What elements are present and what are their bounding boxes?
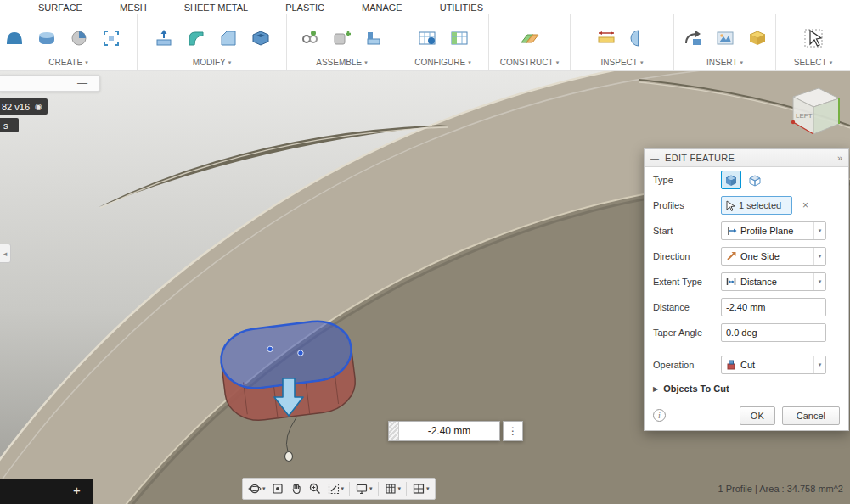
- dialog-collapse-icon[interactable]: —: [650, 154, 659, 163]
- distance-field[interactable]: [721, 298, 826, 316]
- cancel-button[interactable]: Cancel: [782, 406, 840, 425]
- chevron-down-icon: ▾: [228, 59, 232, 65]
- create-form-icon[interactable]: [3, 27, 25, 49]
- insert-mesh-icon[interactable]: [746, 27, 768, 49]
- insert-dropdown[interactable]: INSERT ▾: [674, 57, 775, 70]
- toolbar-group-insert: INSERT ▾: [674, 14, 776, 70]
- look-at-tool[interactable]: [269, 479, 286, 498]
- clear-selection-icon[interactable]: ×: [802, 199, 808, 211]
- grid-snaps-tool[interactable]: ▾: [382, 479, 403, 498]
- toolbar-group-assemble: ASSEMBLE ▾: [287, 14, 397, 70]
- viewports-icon: [412, 482, 425, 496]
- orbit-tool[interactable]: ▾: [246, 479, 267, 498]
- assemble-dropdown[interactable]: ASSEMBLE ▾: [287, 57, 397, 70]
- insert-decal-icon[interactable]: [682, 27, 704, 49]
- display-settings-tool[interactable]: ▾: [353, 479, 374, 498]
- extent-type-value: Distance: [740, 277, 810, 287]
- modify-shell-icon[interactable]: [250, 27, 272, 49]
- configure-icon[interactable]: [416, 27, 438, 49]
- inspect-dropdown[interactable]: INSPECT ▾: [571, 57, 673, 70]
- insert-canvas-icon[interactable]: [714, 27, 736, 49]
- modify-press-pull-icon[interactable]: [153, 27, 175, 49]
- browser-sub-node[interactable]: s: [0, 118, 19, 132]
- chevron-down-icon: ▾: [398, 485, 402, 492]
- assemble-joint-icon[interactable]: [299, 27, 321, 49]
- extrude-type-thin-button[interactable]: [745, 171, 765, 189]
- type-label: Type: [653, 175, 721, 185]
- profiles-selection-button[interactable]: 1 selected: [721, 196, 792, 215]
- menu-tab-surface[interactable]: SURFACE: [38, 3, 82, 13]
- info-icon[interactable]: i: [653, 409, 666, 422]
- menu-tab-mesh[interactable]: MESH: [120, 3, 147, 13]
- select-dropdown[interactable]: SELECT ▾: [776, 57, 850, 70]
- menu-tab-manage[interactable]: MANAGE: [362, 3, 402, 13]
- toolbar-group-create: CREATE ▾: [0, 14, 138, 70]
- taper-angle-field[interactable]: [721, 323, 826, 342]
- grid-icon: [384, 482, 397, 496]
- pan-tool[interactable]: [288, 479, 305, 498]
- extrude-type-solid-button[interactable]: [721, 171, 741, 189]
- document-name: 82 v16: [2, 102, 30, 112]
- select-cursor-icon[interactable]: [802, 27, 825, 49]
- direction-dropdown[interactable]: One Side ▾: [721, 247, 826, 266]
- browser-header[interactable]: —: [0, 75, 100, 92]
- dialog-detach-icon[interactable]: »: [837, 153, 842, 163]
- ok-button[interactable]: OK: [740, 406, 775, 425]
- start-dropdown[interactable]: Profile Plane ▾: [721, 221, 826, 240]
- extent-type-dropdown[interactable]: Distance ▾: [721, 272, 826, 291]
- distance-value-input[interactable]: [399, 422, 499, 440]
- sketch-center-point[interactable]: [285, 452, 293, 462]
- modify-chamfer-icon[interactable]: [217, 27, 239, 49]
- configure-dropdown[interactable]: CONFIGURE ▾: [397, 57, 488, 70]
- viewports-tool[interactable]: ▾: [410, 479, 431, 498]
- dialog-header[interactable]: — EDIT FEATURE »: [645, 149, 848, 167]
- zoom-tool[interactable]: [307, 479, 324, 498]
- configure-table-icon[interactable]: [448, 27, 470, 49]
- modify-dropdown[interactable]: MODIFY ▾: [138, 57, 286, 70]
- toolbar-group-modify: MODIFY ▾: [138, 14, 287, 70]
- create-revolve-icon[interactable]: [68, 27, 90, 49]
- collapsed-panel-tab[interactable]: ◂: [0, 244, 11, 263]
- timeline-bar: +: [0, 479, 93, 504]
- chevron-down-icon: ▾: [813, 222, 825, 239]
- main-toolbar: CREATE ▾ MODIFY ▾: [0, 14, 850, 71]
- profiles-count: 1 selected: [739, 200, 781, 210]
- magnifier-icon: [308, 482, 322, 496]
- input-drag-grip[interactable]: [389, 422, 399, 440]
- dialog-title: EDIT FEATURE: [665, 153, 831, 163]
- document-activate-icon[interactable]: ◉: [35, 102, 42, 111]
- menu-tab-sheet-metal[interactable]: SHEET METAL: [184, 3, 248, 13]
- sketch-point-2[interactable]: [297, 350, 303, 356]
- chevron-down-icon: ▾: [640, 59, 644, 65]
- objects-to-cut-label: Objects To Cut: [663, 384, 729, 394]
- cursor-icon: [725, 200, 735, 211]
- assemble-rigid-group-icon[interactable]: [363, 27, 386, 49]
- toolbar-group-select: SELECT ▾: [776, 14, 850, 70]
- browser-document-node[interactable]: 82 v16 ◉: [0, 98, 48, 115]
- chevron-down-icon: ▾: [341, 485, 345, 492]
- extent-type-label: Extent Type: [653, 277, 721, 287]
- fit-tool[interactable]: ▾: [325, 479, 346, 498]
- objects-to-cut-expander[interactable]: ▶ Objects To Cut: [645, 378, 848, 400]
- inspect-section-icon[interactable]: [628, 27, 650, 49]
- selection-status: 1 Profile | Area : 34.758 mm^2: [718, 484, 843, 494]
- construct-dropdown[interactable]: CONSTRUCT ▾: [489, 57, 570, 70]
- menu-tab-plastic[interactable]: PLASTIC: [285, 3, 324, 13]
- inspect-measure-icon[interactable]: [595, 27, 617, 49]
- create-sketch-icon[interactable]: [100, 27, 122, 49]
- input-options-button[interactable]: ⋮: [503, 421, 523, 441]
- create-dropdown[interactable]: CREATE ▾: [0, 57, 137, 70]
- timeline-add-button[interactable]: +: [73, 483, 81, 497]
- browser-minimize-icon[interactable]: —: [77, 77, 87, 89]
- construct-plane-icon[interactable]: [519, 27, 541, 49]
- collapse-arrow-icon: ◂: [3, 249, 8, 258]
- modify-fillet-icon[interactable]: [185, 27, 207, 49]
- operation-dropdown[interactable]: Cut ▾: [721, 356, 826, 374]
- menu-tab-utilities[interactable]: UTILITIES: [440, 3, 483, 13]
- viewcube[interactable]: LEFT: [780, 78, 850, 144]
- monitor-icon: [355, 482, 369, 496]
- viewcube-face-label: LEFT: [796, 112, 813, 120]
- create-box-icon[interactable]: [36, 27, 58, 49]
- assemble-new-component-icon[interactable]: [331, 27, 353, 49]
- sketch-point-1[interactable]: [267, 346, 273, 352]
